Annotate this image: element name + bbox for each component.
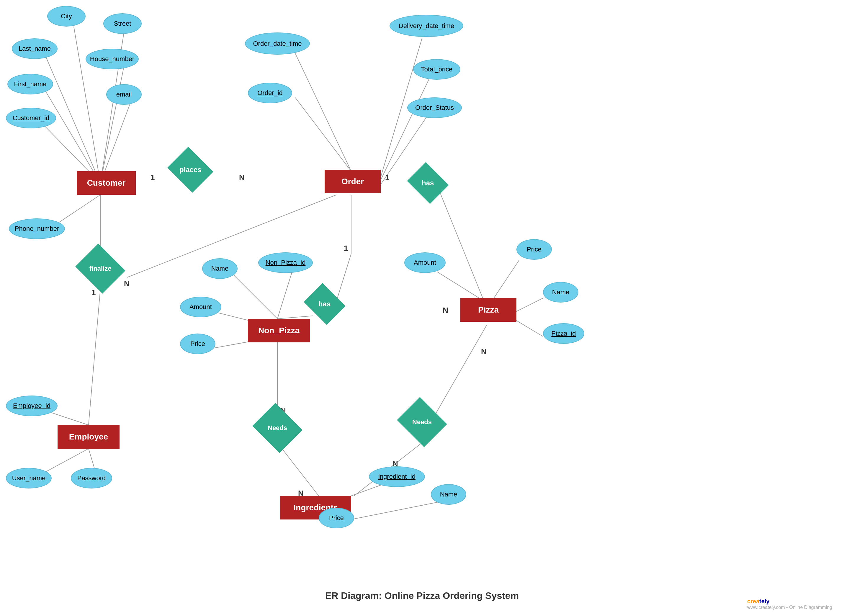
relationship-needs2: Needs — [397, 397, 447, 447]
svg-text:N: N — [443, 306, 448, 315]
relationship-has1: has — [407, 162, 448, 204]
attr-order-date-time: Order_date_time — [245, 32, 310, 54]
attr-firstname: First_name — [7, 74, 53, 94]
svg-line-26 — [513, 298, 543, 313]
entity-pizza: Pizza — [460, 298, 516, 322]
attr-lastname: Last_name — [12, 38, 57, 59]
attr-pizza-name: Name — [543, 282, 579, 302]
svg-text:1: 1 — [385, 173, 389, 182]
svg-line-39 — [351, 502, 440, 519]
attr-pizza-id: Pizza_id — [543, 323, 584, 344]
attr-city: City — [47, 6, 86, 26]
svg-text:N: N — [239, 173, 245, 182]
attr-order-status: Order_Status — [407, 97, 462, 118]
svg-text:1: 1 — [344, 244, 348, 253]
entity-nonpizza: Non_Pizza — [248, 319, 310, 342]
svg-text:1: 1 — [91, 288, 95, 297]
entity-employee: Employee — [57, 425, 120, 449]
svg-line-28 — [277, 316, 313, 319]
footer-title: ER Diagram: Online Pizza Ordering System — [0, 590, 844, 601]
attr-nonpizza-id: Non_Pizza_id — [258, 252, 313, 273]
svg-text:1: 1 — [151, 173, 155, 182]
svg-line-0 — [74, 26, 100, 183]
svg-text:N: N — [481, 347, 486, 356]
attr-phone-number: Phone_number — [9, 219, 65, 239]
attr-nonpizza-price: Price — [180, 333, 215, 354]
attr-nonpizza-amount: Amount — [180, 297, 221, 317]
svg-line-18 — [88, 289, 100, 425]
attr-customer-id: Customer_id — [6, 108, 56, 128]
svg-line-24 — [437, 271, 484, 301]
relationship-needs1: Needs — [252, 403, 302, 453]
svg-line-35 — [431, 325, 487, 422]
svg-text:N: N — [124, 279, 130, 288]
svg-line-3 — [100, 66, 124, 183]
attr-order-id: Order_id — [248, 83, 292, 103]
relationship-places: places — [167, 147, 213, 193]
diagram-container: 1 N 1 N 1 N 1 N N N N N Customer Order N… — [0, 0, 844, 590]
attr-password: Password — [71, 468, 112, 488]
svg-line-11 — [295, 97, 351, 171]
attr-street: Street — [103, 13, 142, 34]
svg-line-29 — [336, 254, 351, 301]
svg-line-10 — [295, 53, 351, 171]
svg-line-36 — [277, 443, 319, 496]
creately-logo: creately www.creately.com • Online Diagr… — [747, 598, 832, 610]
attr-total-price: Total_price — [413, 59, 460, 80]
svg-line-30 — [233, 274, 277, 319]
relationship-finalize: finalize — [75, 243, 125, 294]
attr-nonpizza-name: Name — [202, 258, 237, 279]
attr-employee-id: Employee_id — [6, 396, 57, 416]
svg-line-27 — [513, 319, 543, 336]
attr-ingredient-price: Price — [319, 507, 354, 528]
attr-email: email — [106, 84, 142, 105]
svg-line-31 — [277, 271, 292, 319]
attr-house-number: House_number — [86, 49, 139, 69]
relationship-has2: has — [304, 283, 345, 325]
attr-username: User_name — [6, 468, 52, 488]
svg-line-23 — [440, 192, 484, 301]
svg-line-4 — [41, 84, 100, 183]
entity-customer: Customer — [77, 171, 136, 195]
svg-line-5 — [100, 100, 131, 183]
entity-order: Order — [325, 170, 381, 193]
attr-pizza-price: Price — [516, 239, 552, 260]
attr-ingredient-name: Name — [431, 484, 466, 505]
attr-ingredient-id: ingredient_id — [369, 466, 425, 487]
attr-delivery-date-time: Delivery_date_time — [390, 15, 463, 37]
attr-pizza-amount: Amount — [404, 252, 445, 273]
